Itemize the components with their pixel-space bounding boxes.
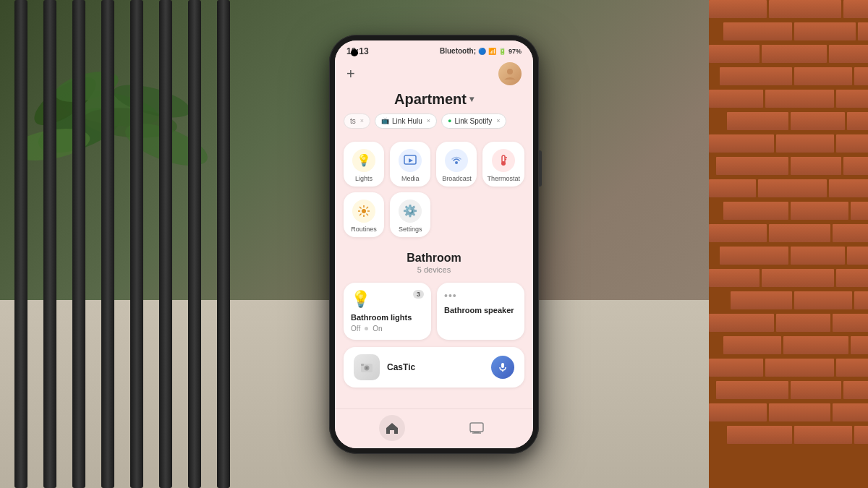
phone-screen: 10:13 Bluetooth; 🔵 📶 🔋 97% + xyxy=(335,40,533,448)
toggle-on-label: On xyxy=(373,325,382,333)
dropdown-arrow-icon[interactable]: ▾ xyxy=(469,94,474,104)
castic-card[interactable]: CasTic xyxy=(344,347,524,388)
lights-icon: 💡 xyxy=(352,149,375,172)
broadcast-label: Broadcast xyxy=(442,175,472,182)
svg-point-11 xyxy=(455,161,458,164)
bathroom-title: Bathroom xyxy=(346,252,522,265)
chip-partial-label: ts xyxy=(350,117,356,125)
phone-wrapper: 10:13 Bluetooth; 🔵 📶 🔋 97% + xyxy=(329,35,539,454)
top-bar: + xyxy=(335,59,533,91)
status-icons: Bluetooth; 🔵 📶 🔋 97% xyxy=(440,47,522,55)
bathroom-lights-toggle[interactable]: Off On xyxy=(351,325,424,333)
action-routines[interactable]: Routines xyxy=(344,192,384,237)
bluetooth-icon: 🔵 xyxy=(478,48,486,55)
quick-actions-grid: 💡 Lights Media xyxy=(335,136,533,246)
chip-hulu-close-icon[interactable]: × xyxy=(427,117,430,124)
bathroom-lights-name: Bathroom lights xyxy=(351,313,424,322)
action-thermostat[interactable]: Thermostat xyxy=(482,142,524,187)
broadcast-icon xyxy=(445,149,468,172)
add-button[interactable]: + xyxy=(346,67,355,81)
bathroom-lights-badge: 3 xyxy=(413,290,424,299)
lights-label: Lights xyxy=(355,175,373,182)
phone: 10:13 Bluetooth; 🔵 📶 🔋 97% + xyxy=(329,35,539,454)
castic-icon xyxy=(354,354,380,380)
toggle-off-label: Off xyxy=(351,325,360,333)
toggle-dot xyxy=(365,327,368,330)
chip-spotify-close-icon[interactable]: × xyxy=(496,117,500,124)
chips-row: ts × 📺 Link Hulu × ● Link Spotify × xyxy=(335,114,533,136)
action-media[interactable]: Media xyxy=(390,142,430,187)
svg-rect-29 xyxy=(501,363,504,368)
settings-icon: ⚙️ xyxy=(399,200,422,223)
brick-wall xyxy=(709,0,868,488)
svg-rect-31 xyxy=(470,423,483,432)
camera-hole xyxy=(351,49,358,56)
bathroom-speaker-icon: ••• xyxy=(444,290,457,301)
bluetooth-icon: Bluetooth; xyxy=(440,47,476,55)
device-card-bathroom-speaker[interactable]: ••• Bathroom speaker xyxy=(437,283,524,340)
bathroom-speaker-name: Bathroom speaker xyxy=(444,306,517,314)
svg-line-23 xyxy=(367,207,369,209)
hulu-icon: 📺 xyxy=(381,117,389,124)
media-icon xyxy=(399,149,422,172)
chip-hulu-label: Link Hulu xyxy=(392,117,422,125)
wifi-icon: 📶 xyxy=(488,48,496,55)
svg-line-22 xyxy=(367,213,369,215)
media-label: Media xyxy=(401,175,420,182)
chip-partial[interactable]: ts × xyxy=(344,114,370,129)
home-name: Apartment xyxy=(394,91,467,108)
bottom-nav xyxy=(335,408,533,448)
nav-cast[interactable] xyxy=(464,415,490,441)
svg-marker-10 xyxy=(409,158,413,163)
svg-line-21 xyxy=(359,207,362,209)
bathroom-section-header: Bathroom 5 devices xyxy=(335,246,533,275)
nav-home[interactable] xyxy=(379,415,405,441)
home-title: Apartment ▾ xyxy=(335,91,533,114)
mic-button[interactable] xyxy=(491,356,514,379)
battery-icon: 🔋 xyxy=(498,48,506,55)
svg-point-27 xyxy=(366,367,368,369)
castic-left: CasTic xyxy=(354,354,415,380)
scroll-content[interactable]: 💡 Lights Media xyxy=(335,136,533,408)
action-broadcast[interactable]: Broadcast xyxy=(436,142,477,187)
bathroom-subtitle: 5 devices xyxy=(346,265,522,274)
routines-label: Routines xyxy=(351,226,377,233)
fence xyxy=(0,0,231,488)
device-icon-wrap-speaker: ••• xyxy=(444,290,517,301)
chip-close-icon[interactable]: × xyxy=(360,117,364,124)
castic-name: CasTic xyxy=(387,362,415,372)
svg-point-8 xyxy=(507,69,513,74)
chip-spotify-label: Link Spotify xyxy=(454,117,492,125)
status-bar: 10:13 Bluetooth; 🔵 📶 🔋 97% xyxy=(335,40,533,59)
chip-hulu[interactable]: 📺 Link Hulu × xyxy=(375,114,437,129)
spotify-icon: ● xyxy=(448,117,451,124)
thermostat-label: Thermostat xyxy=(487,175,520,182)
settings-label: Settings xyxy=(399,226,422,233)
action-lights[interactable]: 💡 Lights xyxy=(344,142,384,187)
chip-spotify[interactable]: ● Link Spotify × xyxy=(441,114,506,129)
svg-point-13 xyxy=(501,161,506,166)
bathroom-lights-icon: 💡 xyxy=(351,290,370,309)
svg-rect-28 xyxy=(361,364,364,366)
device-icon-wrap: 💡 3 xyxy=(351,290,424,309)
volume-button xyxy=(539,150,542,187)
devices-grid: 💡 3 Bathroom lights Off On ••• xyxy=(335,275,533,347)
svg-line-24 xyxy=(359,213,362,215)
action-settings[interactable]: ⚙️ Settings xyxy=(390,192,430,237)
routines-icon xyxy=(352,200,375,223)
battery-percent: 97% xyxy=(509,48,522,55)
device-card-bathroom-lights[interactable]: 💡 3 Bathroom lights Off On xyxy=(344,283,431,340)
avatar[interactable] xyxy=(498,62,522,85)
svg-point-16 xyxy=(362,209,366,213)
thermostat-icon xyxy=(492,149,515,172)
